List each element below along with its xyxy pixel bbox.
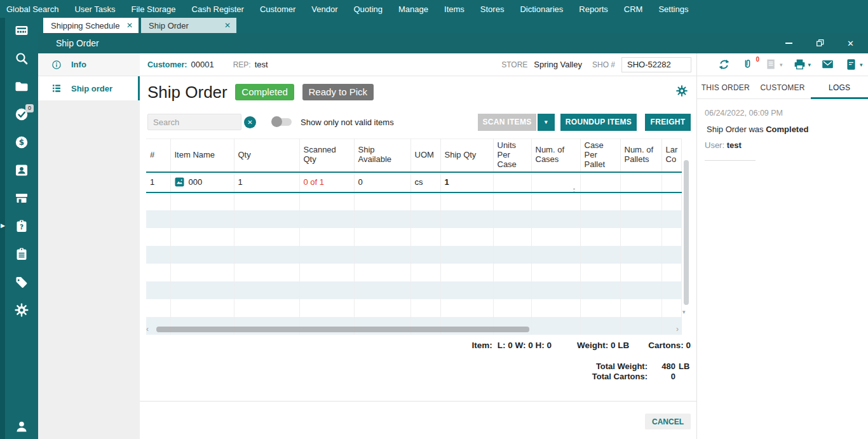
status-badge-ready-to-pick: Ready to Pick bbox=[302, 84, 374, 100]
col-num[interactable]: # bbox=[146, 139, 170, 172]
col-scanned-qty[interactable]: Scanned Qty bbox=[299, 139, 354, 172]
tab-this-order[interactable]: THIS ORDER bbox=[697, 76, 754, 98]
order-header-bar: Info Customer: 00001 REP: test STORE Spr… bbox=[38, 53, 696, 76]
tasks-check-icon[interactable]: 0 bbox=[14, 107, 29, 122]
rep-label: REP: bbox=[233, 60, 251, 69]
search-icon[interactable] bbox=[14, 51, 29, 66]
hscroll-thumb[interactable] bbox=[156, 327, 529, 332]
status-badge-completed: Completed bbox=[235, 84, 294, 100]
scroll-left-icon[interactable]: ‹ bbox=[146, 326, 151, 332]
tab-ship-order[interactable]: Ship Order ✕ bbox=[141, 18, 236, 33]
menu-global-search[interactable]: Global Search bbox=[6, 4, 58, 14]
search-input[interactable] bbox=[147, 114, 241, 130]
horizontal-scrollbar[interactable]: ‹ › bbox=[146, 325, 681, 333]
nav-item-ship-order[interactable]: Ship order bbox=[38, 76, 140, 100]
close-icon[interactable]: ✕ bbox=[847, 39, 854, 48]
scan-items-button[interactable]: SCAN ITEMS bbox=[478, 114, 536, 131]
menu-customer[interactable]: Customer bbox=[260, 4, 295, 14]
store-icon[interactable] bbox=[14, 191, 29, 206]
menu-manage[interactable]: Manage bbox=[398, 4, 428, 14]
col-case-per-pallet[interactable]: Case Per Pallet bbox=[580, 139, 620, 172]
menu-items[interactable]: Items bbox=[444, 4, 465, 14]
menu-dictionaries[interactable]: Dictionaries bbox=[520, 4, 563, 14]
vertical-scrollbar[interactable]: ▾ bbox=[684, 160, 689, 320]
col-ship-available[interactable]: Ship Available bbox=[354, 139, 410, 172]
order-items-body: 1 000 1 0 of 1 0 cs 1 bbox=[146, 172, 681, 335]
empty-row bbox=[146, 264, 681, 281]
sidebar-expand-arrow-icon[interactable]: ▶ bbox=[1, 222, 5, 229]
sho-number-input[interactable] bbox=[621, 57, 691, 72]
menu-cash-register[interactable]: Cash Register bbox=[192, 4, 244, 14]
menu-crm[interactable]: CRM bbox=[624, 4, 643, 14]
col-uom[interactable]: UOM bbox=[410, 139, 440, 172]
tab-customer[interactable]: CUSTOMER bbox=[754, 76, 811, 98]
dollar-icon[interactable]: $ bbox=[14, 135, 29, 150]
refresh-icon[interactable] bbox=[717, 58, 731, 71]
menu-stores[interactable]: Stores bbox=[480, 4, 505, 14]
col-num-of-pallets[interactable]: Num. of Pallets bbox=[620, 139, 661, 172]
attachments-paperclip-icon[interactable]: 0 bbox=[741, 58, 754, 71]
log-timestamp: 06/24/2022, 06:09 PM bbox=[705, 109, 859, 118]
close-icon[interactable]: ✕ bbox=[224, 22, 231, 29]
roundup-items-button[interactable]: ROUNDUP ITEMS bbox=[560, 114, 637, 131]
document-icon[interactable]: ▾ bbox=[844, 58, 863, 71]
col-units-per-case[interactable]: Units Per Case bbox=[493, 139, 531, 172]
scroll-down-icon[interactable]: ▾ bbox=[682, 309, 686, 315]
order-items-table: # Item Name Qty Scanned Qty Ship Availab… bbox=[146, 138, 682, 335]
menu-quoting[interactable]: Quoting bbox=[353, 4, 383, 14]
tab-shipping-schedule[interactable]: Shipping Schedule ✕ bbox=[43, 18, 139, 33]
col-clipped[interactable]: Lar Co bbox=[661, 139, 681, 172]
print-icon[interactable]: ▾ bbox=[793, 58, 811, 71]
footer-divider bbox=[140, 401, 696, 402]
clear-search-icon[interactable]: ✕ bbox=[244, 116, 256, 128]
close-icon[interactable]: ✕ bbox=[126, 22, 133, 29]
scanned-qty-value: 0 of 1 bbox=[299, 172, 354, 192]
chevron-down-icon[interactable]: ▾ bbox=[860, 62, 863, 68]
nav-item-info[interactable]: Info bbox=[38, 53, 140, 76]
user-profile-icon[interactable] bbox=[14, 419, 29, 434]
empty-row bbox=[146, 246, 681, 264]
clipboard-list-icon[interactable] bbox=[14, 247, 29, 262]
minimize-icon[interactable] bbox=[785, 43, 792, 44]
ship-order-main: Ship Order Completed Ready to Pick ✕ Sho… bbox=[140, 76, 696, 439]
col-qty[interactable]: Qty bbox=[234, 139, 299, 172]
menu-vendor[interactable]: Vendor bbox=[311, 4, 337, 14]
sho-label: SHO # bbox=[592, 60, 615, 69]
folder-icon[interactable] bbox=[14, 79, 29, 94]
menu-user-tasks[interactable]: User Tasks bbox=[74, 4, 115, 14]
cancel-button[interactable]: CANCEL bbox=[645, 414, 691, 429]
menu-reports[interactable]: Reports bbox=[579, 4, 608, 14]
freight-button[interactable]: FREIGHT bbox=[645, 114, 691, 131]
scroll-right-icon[interactable]: › bbox=[676, 326, 681, 332]
scan-items-dropdown-button[interactable]: ▾ bbox=[538, 114, 555, 131]
receipt-icon[interactable]: ▾ bbox=[764, 58, 783, 71]
col-item-name[interactable]: Item Name bbox=[170, 139, 234, 172]
tab-logs[interactable]: LOGS bbox=[811, 76, 868, 98]
table-settings-gear-icon[interactable] bbox=[675, 84, 688, 97]
table-row[interactable]: 1 000 1 0 of 1 0 cs 1 bbox=[146, 172, 681, 192]
settings-gear-icon[interactable] bbox=[14, 302, 29, 318]
chevron-down-icon[interactable]: ▾ bbox=[808, 62, 811, 68]
col-num-of-cases[interactable]: Num. of Cases bbox=[531, 139, 580, 172]
empty-row bbox=[146, 299, 681, 317]
item-totals-row: Item: L: 0 W: 0 H: 0 Weight: 0 LB Carton… bbox=[140, 341, 691, 350]
clipboard-question-icon[interactable]: ? bbox=[14, 219, 29, 234]
not-valid-items-toggle[interactable] bbox=[273, 118, 292, 126]
contact-card-icon[interactable] bbox=[14, 163, 29, 178]
email-icon[interactable] bbox=[821, 58, 834, 71]
row-menu-kebab-icon[interactable] bbox=[573, 188, 575, 192]
tag-icon[interactable] bbox=[14, 274, 29, 290]
vscroll-thumb[interactable] bbox=[684, 160, 689, 305]
col-ship-qty[interactable]: Ship Qty bbox=[440, 139, 493, 172]
restore-icon[interactable] bbox=[815, 38, 824, 49]
menu-file-storage[interactable]: File Storage bbox=[131, 4, 175, 14]
item-weight: Weight: 0 LB bbox=[577, 341, 629, 350]
chevron-down-icon[interactable]: ▾ bbox=[780, 62, 783, 68]
cash-register-icon[interactable] bbox=[14, 23, 29, 38]
right-panel-tabs: THIS ORDER CUSTOMER LOGS bbox=[697, 76, 868, 99]
ship-qty-value: 1 bbox=[440, 172, 493, 192]
log-user: User: test bbox=[705, 140, 859, 150]
log-entry: 06/24/2022, 06:09 PM Ship Order was Comp… bbox=[697, 99, 868, 161]
menu-settings[interactable]: Settings bbox=[658, 4, 688, 14]
window-title: Ship Order bbox=[56, 38, 99, 48]
